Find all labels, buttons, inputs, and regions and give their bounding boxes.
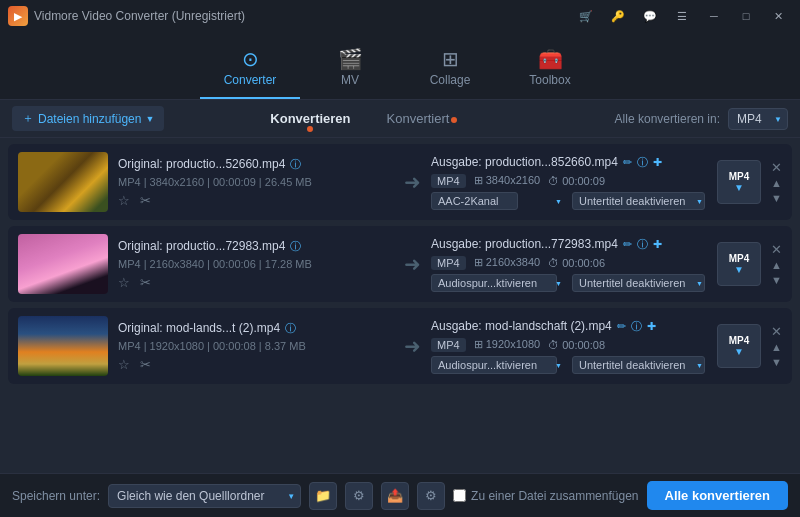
audio-select[interactable]: AAC-2Kanal <box>431 192 518 210</box>
toolbar: ＋ Dateien hinzufügen ▼ Konvertieren Konv… <box>0 100 800 138</box>
star-icon[interactable]: ☆ <box>118 357 130 372</box>
dropdown-row: Audiospur...ktivieren Untertitel deaktiv… <box>431 274 707 292</box>
star-icon[interactable]: ☆ <box>118 275 130 290</box>
format-thumb-button[interactable]: MP4 ▼ <box>717 160 761 204</box>
tab-collage[interactable]: ⊞ Collage <box>400 39 500 99</box>
cart-icon[interactable]: 🛒 <box>572 6 600 26</box>
file-actions: ☆ ✂ <box>118 275 394 290</box>
konvertieren-tab[interactable]: Konvertieren <box>252 105 368 132</box>
konvertiert-tab[interactable]: Konvertiert <box>369 105 476 132</box>
info-icon[interactable]: ⓘ <box>290 239 301 254</box>
minimize-button[interactable]: ─ <box>700 6 728 26</box>
menu-icon[interactable]: ☰ <box>668 6 696 26</box>
output-info: Ausgabe: production...852660.mp4 ✏ ⓘ ✚ M… <box>431 155 707 210</box>
edit-icon[interactable]: ✏ <box>623 156 632 169</box>
file-info: Original: productio...72983.mp4 ⓘ MP4 | … <box>118 239 394 290</box>
edit-icon[interactable]: ✏ <box>623 238 632 251</box>
format-thumb-chevron-icon: ▼ <box>734 264 744 275</box>
info-icon[interactable]: ⓘ <box>290 157 301 172</box>
plus-icon: ＋ <box>22 110 34 127</box>
subtitle-select[interactable]: Untertitel deaktivieren <box>572 274 705 292</box>
maximize-button[interactable]: □ <box>732 6 760 26</box>
item-up-button[interactable]: ▲ <box>771 260 782 271</box>
arrow-icon: ➜ <box>404 170 421 194</box>
arrow-icon: ➜ <box>404 252 421 276</box>
output-add-icon[interactable]: ✚ <box>647 320 656 333</box>
output-add-icon[interactable]: ✚ <box>653 238 662 251</box>
subtitle-select[interactable]: Untertitel deaktivieren <box>572 192 705 210</box>
file-meta: MP4 | 3840x2160 | 00:00:09 | 26.45 MB <box>118 176 394 188</box>
item-down-button[interactable]: ▼ <box>771 193 782 204</box>
file-original-name: Original: productio...72983.mp4 <box>118 239 285 253</box>
audio-select[interactable]: Audiospur...ktivieren <box>431 274 557 292</box>
add-chevron-icon: ▼ <box>145 114 154 124</box>
output-meta: MP4 ⊞ 3840x2160 ⏱ 00:00:09 <box>431 174 707 188</box>
add-files-label: Dateien hinzufügen <box>38 112 141 126</box>
collage-icon: ⊞ <box>442 49 459 69</box>
item-remove-button[interactable]: ✕ <box>771 325 782 338</box>
scissors-icon[interactable]: ✂ <box>140 193 151 208</box>
item-up-button[interactable]: ▲ <box>771 178 782 189</box>
star-icon[interactable]: ☆ <box>118 193 130 208</box>
info-icon[interactable]: ⓘ <box>285 321 296 336</box>
output-info-icon[interactable]: ⓘ <box>631 319 642 334</box>
file-meta: MP4 | 2160x3840 | 00:00:06 | 17.28 MB <box>118 258 394 270</box>
output-label: Alle konvertieren in: <box>615 112 720 126</box>
edit-icon[interactable]: ✏ <box>617 320 626 333</box>
file-info: Original: mod-lands...t (2).mp4 ⓘ MP4 | … <box>118 321 394 372</box>
share-icon[interactable]: 📤 <box>381 482 409 510</box>
output-info-icon[interactable]: ⓘ <box>637 155 648 170</box>
format-thumb-button[interactable]: MP4 ▼ <box>717 324 761 368</box>
out-format-badge: MP4 <box>431 174 466 188</box>
merge-checkbox-label[interactable]: Zu einer Datei zusammenfügen <box>453 489 638 503</box>
main-content: Original: productio...52660.mp4 ⓘ MP4 | … <box>0 138 800 473</box>
scissors-icon[interactable]: ✂ <box>140 357 151 372</box>
audio-select-wrapper: Audiospur...ktivieren <box>431 356 566 374</box>
audio-select-wrapper: AAC-2Kanal <box>431 192 566 210</box>
chat-icon[interactable]: 💬 <box>636 6 664 26</box>
output-file-name: Ausgabe: mod-landschaft (2).mp4 <box>431 319 612 333</box>
tab-toolbox[interactable]: 🧰 Toolbox <box>500 39 600 99</box>
file-thumbnail <box>18 316 108 376</box>
settings-icon[interactable]: ⚙ <box>345 482 373 510</box>
item-controls: ✕ ▲ ▼ <box>771 325 782 368</box>
merge-checkbox[interactable] <box>453 489 466 502</box>
arrow-icon: ➜ <box>404 334 421 358</box>
convert-all-button[interactable]: Alle konvertieren <box>647 481 789 510</box>
save-path-wrapper: Gleich wie den Quelllordner <box>108 484 301 508</box>
out-format-badge: MP4 <box>431 256 466 270</box>
close-button[interactable]: ✕ <box>764 6 792 26</box>
output-info-icon[interactable]: ⓘ <box>637 237 648 252</box>
output-file-name: Ausgabe: production...772983.mp4 <box>431 237 618 251</box>
audio-select[interactable]: Audiospur...ktivieren <box>431 356 557 374</box>
tab-mv[interactable]: 🎬 MV <box>300 39 400 99</box>
audio-select-wrapper: Audiospur...ktivieren <box>431 274 566 292</box>
tab-converter[interactable]: ⊙ Converter <box>200 39 300 99</box>
file-name-row: Original: productio...52660.mp4 ⓘ <box>118 157 394 172</box>
key-icon[interactable]: 🔑 <box>604 6 632 26</box>
folder-icon[interactable]: 📁 <box>309 482 337 510</box>
item-controls: ✕ ▲ ▼ <box>771 161 782 204</box>
format-thumb-chevron-icon: ▼ <box>734 346 744 357</box>
add-files-button[interactable]: ＋ Dateien hinzufügen ▼ <box>12 106 164 131</box>
save-path-select[interactable]: Gleich wie den Quelllordner <box>108 484 301 508</box>
format-select[interactable]: MP4 MKV AVI MOV <box>728 108 788 130</box>
out-dur: ⏱ 00:00:08 <box>548 339 605 351</box>
format-select-wrapper: MP4 MKV AVI MOV <box>728 108 788 130</box>
tab-mv-label: MV <box>341 73 359 87</box>
output-info: Ausgabe: mod-landschaft (2).mp4 ✏ ⓘ ✚ MP… <box>431 319 707 374</box>
item-remove-button[interactable]: ✕ <box>771 161 782 174</box>
tab-toolbox-label: Toolbox <box>529 73 570 87</box>
item-remove-button[interactable]: ✕ <box>771 243 782 256</box>
config-icon[interactable]: ⚙ <box>417 482 445 510</box>
item-up-button[interactable]: ▲ <box>771 342 782 353</box>
output-add-icon[interactable]: ✚ <box>653 156 662 169</box>
scissors-icon[interactable]: ✂ <box>140 275 151 290</box>
subtitle-select-wrapper: Untertitel deaktivieren <box>572 356 707 374</box>
format-thumb-button[interactable]: MP4 ▼ <box>717 242 761 286</box>
subtitle-select[interactable]: Untertitel deaktivieren <box>572 356 705 374</box>
titlebar-title: Vidmore Video Converter (Unregistriert) <box>34 9 245 23</box>
item-down-button[interactable]: ▼ <box>771 275 782 286</box>
output-file-name: Ausgabe: production...852660.mp4 <box>431 155 618 169</box>
item-down-button[interactable]: ▼ <box>771 357 782 368</box>
